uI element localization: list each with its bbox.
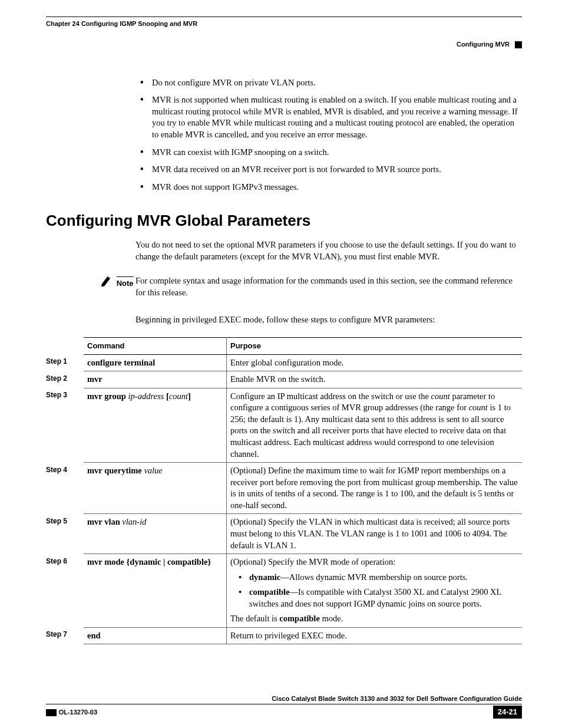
- list-item: compatible—Is compatible with Catalyst 3…: [241, 587, 518, 610]
- section-heading: Configuring MVR Global Parameters: [46, 210, 522, 231]
- step-label: Step 2: [46, 371, 84, 388]
- note-label: Note: [117, 276, 134, 289]
- command-cell: mvr mode {dynamic | compatible}: [84, 554, 227, 628]
- purpose-cell: Enter global configuration mode.: [227, 354, 523, 371]
- note-block: Note For complete syntax and usage infor…: [100, 275, 522, 298]
- running-section-text: Configuring MVR: [457, 41, 510, 48]
- list-item: MVR can coexist with IGMP snooping on a …: [140, 147, 522, 159]
- footer-doc-id: OL-13270-03: [59, 709, 97, 716]
- table-header-step: [46, 338, 84, 355]
- table-row: Step 5mvr vlan vlan-id(Optional) Specify…: [46, 514, 522, 554]
- purpose-cell: (Optional) Specify the VLAN in which mul…: [227, 514, 523, 554]
- table-row: Step 7endReturn to privileged EXEC mode.: [46, 627, 522, 644]
- command-cell: mvr: [84, 371, 227, 388]
- table-row: Step 3mvr group ip-address [count]Config…: [46, 388, 522, 462]
- list-item: MVR data received on an MVR receiver por…: [140, 164, 522, 176]
- page-number: 24-21: [493, 706, 522, 719]
- list-item: Do not configure MVR on private VLAN por…: [140, 77, 522, 89]
- purpose-cell: (Optional) Define the maximum time to wa…: [227, 463, 523, 514]
- chapter-title: Chapter 24 Configuring IGMP Snooping and…: [46, 19, 197, 28]
- table-row: Step 6mvr mode {dynamic | compatible}(Op…: [46, 554, 522, 628]
- step-label: Step 7: [46, 627, 84, 644]
- purpose-cell: (Optional) Specify the MVR mode of opera…: [227, 554, 523, 628]
- intro-paragraph: You do not need to set the optional MVR …: [135, 239, 522, 262]
- section-marker-icon: [515, 41, 522, 48]
- purpose-cell: Enable MVR on the switch.: [227, 371, 523, 388]
- purpose-cell: Configure an IP multicast address on the…: [227, 388, 523, 462]
- command-cell: mvr querytime value: [84, 463, 227, 514]
- command-cell: mvr vlan vlan-id: [84, 514, 227, 554]
- list-item: dynamic—Allows dynamic MVR membership on…: [241, 572, 518, 584]
- running-section: Configuring MVR: [46, 40, 522, 49]
- step-label: Step 5: [46, 514, 84, 554]
- note-text: For complete syntax and usage informatio…: [135, 275, 522, 298]
- step-label: Step 1: [46, 354, 84, 371]
- purpose-cell: Return to privileged EXEC mode.: [227, 627, 523, 644]
- list-item: MVR is not supported when multicast rout…: [140, 94, 522, 140]
- intro-bullet-list: Do not configure MVR on private VLAN por…: [140, 77, 522, 193]
- command-cell: mvr group ip-address [count]: [84, 388, 227, 462]
- footer-book-title: Cisco Catalyst Blade Switch 3130 and 303…: [46, 694, 522, 705]
- table-header-purpose: Purpose: [227, 338, 523, 355]
- list-item: MVR does not support IGMPv3 messages.: [140, 182, 522, 193]
- step-label: Step 3: [46, 388, 84, 462]
- step-label: Step 6: [46, 554, 84, 628]
- table-lead-in: Beginning in privileged EXEC mode, follo…: [135, 314, 522, 326]
- table-row: Step 4mvr querytime value(Optional) Defi…: [46, 463, 522, 514]
- footer-bar-icon: [46, 709, 57, 716]
- table-row: Step 2mvrEnable MVR on the switch.: [46, 371, 522, 388]
- step-label: Step 4: [46, 463, 84, 514]
- command-table: Command Purpose Step 1configure terminal…: [46, 337, 522, 644]
- pencil-icon: [99, 275, 115, 291]
- page-header: Chapter 24 Configuring IGMP Snooping and…: [46, 17, 522, 28]
- page-footer: Cisco Catalyst Blade Switch 3130 and 303…: [46, 694, 522, 719]
- command-cell: configure terminal: [84, 354, 227, 371]
- command-cell: end: [84, 627, 227, 644]
- table-row: Step 1configure terminalEnter global con…: [46, 354, 522, 371]
- table-header-command: Command: [84, 338, 227, 355]
